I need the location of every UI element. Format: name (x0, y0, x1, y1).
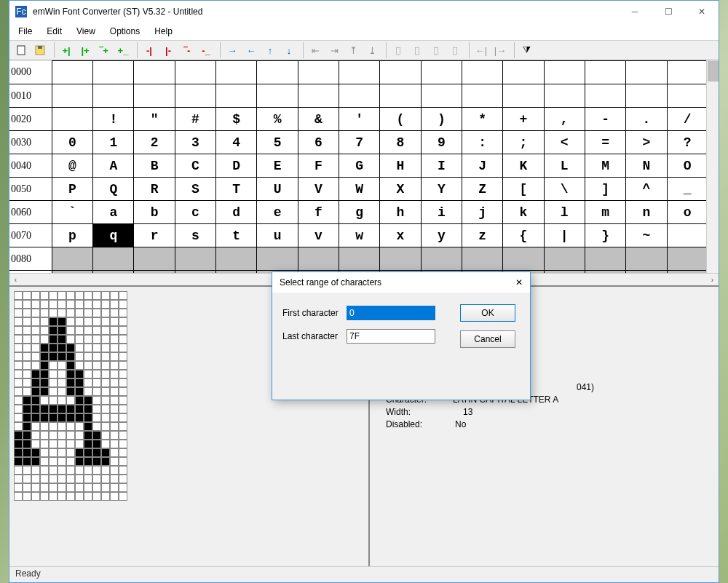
pixel[interactable] (84, 475, 92, 483)
pixel[interactable] (14, 291, 23, 300)
pixel[interactable] (110, 361, 119, 370)
pixel[interactable] (31, 475, 40, 483)
char-cell[interactable] (216, 247, 257, 271)
pixel[interactable] (110, 440, 119, 448)
pixel[interactable] (49, 466, 58, 475)
pixel[interactable] (49, 335, 58, 344)
char-cell[interactable] (298, 247, 339, 271)
pixel[interactable] (110, 326, 119, 335)
pixel[interactable] (92, 422, 101, 431)
pixel[interactable] (92, 344, 101, 352)
pixel[interactable] (31, 466, 40, 475)
pixel[interactable] (119, 317, 127, 326)
pixel[interactable] (31, 370, 40, 378)
pixel[interactable] (101, 492, 110, 501)
char-cell[interactable] (93, 247, 134, 271)
pixel[interactable] (14, 405, 23, 413)
char-cell[interactable] (667, 224, 708, 247)
char-cell[interactable]: \ (544, 178, 585, 201)
char-cell[interactable]: , (544, 108, 585, 131)
pixel[interactable] (92, 475, 101, 483)
pixel[interactable] (66, 387, 75, 396)
char-rem-4-icon[interactable]: -_ (197, 42, 215, 58)
pixel[interactable] (75, 378, 84, 387)
pixel[interactable] (75, 405, 84, 413)
pixel[interactable] (101, 475, 110, 483)
pixel[interactable] (84, 483, 92, 492)
pixel[interactable] (119, 448, 127, 457)
pixel[interactable] (84, 300, 92, 309)
pixel[interactable] (66, 344, 75, 352)
char-cell[interactable] (421, 61, 462, 84)
pixel[interactable] (101, 309, 110, 317)
char-cell[interactable]: Q (93, 178, 134, 201)
char-cell[interactable] (626, 247, 667, 271)
pixel[interactable] (92, 387, 101, 396)
pixel[interactable] (75, 413, 84, 422)
pixel[interactable] (49, 492, 58, 501)
pixel[interactable] (23, 361, 31, 370)
char-cell[interactable] (175, 61, 215, 84)
char-cell[interactable]: 6 (298, 131, 339, 154)
char-cell[interactable] (52, 108, 92, 131)
pixel[interactable] (66, 317, 75, 326)
char-add-4-icon[interactable]: +_ (114, 42, 132, 58)
char-cell[interactable] (216, 61, 257, 84)
arrow-down-icon[interactable]: ↓ (280, 42, 298, 58)
char-cell[interactable]: e (257, 201, 298, 224)
pixel[interactable] (101, 440, 110, 448)
minimize-button[interactable]: ─ (618, 1, 652, 23)
pixel[interactable] (23, 378, 31, 387)
arrow-right-icon[interactable]: → (223, 42, 241, 58)
pixel[interactable] (101, 448, 110, 457)
menu-edit[interactable]: Edit (47, 26, 62, 36)
pixel[interactable] (23, 422, 31, 431)
char-cell[interactable] (52, 61, 92, 84)
pixel[interactable] (23, 352, 31, 361)
pixel[interactable] (101, 466, 110, 475)
char-cell[interactable]: ' (339, 108, 380, 131)
pixel[interactable] (119, 370, 127, 378)
pixel[interactable] (14, 431, 23, 440)
pixel[interactable] (66, 422, 75, 431)
char-cell[interactable]: I (421, 154, 462, 178)
pixel[interactable] (66, 309, 75, 317)
pixel[interactable] (31, 300, 40, 309)
char-cell[interactable] (544, 61, 585, 84)
pixel[interactable] (92, 466, 101, 475)
char-cell[interactable]: h (380, 201, 421, 224)
pixel[interactable] (14, 396, 23, 405)
char-cell[interactable] (585, 61, 625, 84)
pixel[interactable] (23, 291, 31, 300)
char-cell[interactable] (626, 61, 667, 84)
pixel[interactable] (58, 352, 66, 361)
pixel[interactable] (119, 378, 127, 387)
pixel[interactable] (23, 457, 31, 466)
char-cell[interactable] (462, 61, 502, 84)
char-cell[interactable]: b (134, 201, 175, 224)
char-cell[interactable] (503, 84, 544, 108)
pixel[interactable] (75, 387, 84, 396)
char-cell[interactable]: } (585, 224, 625, 247)
char-cell[interactable] (380, 61, 421, 84)
pixel[interactable] (119, 492, 127, 501)
pixel[interactable] (75, 396, 84, 405)
char-cell[interactable]: / (667, 108, 708, 131)
char-cell[interactable]: X (380, 178, 421, 201)
char-cell[interactable] (298, 61, 339, 84)
pixel[interactable] (75, 431, 84, 440)
pixel[interactable] (31, 352, 40, 361)
char-cell[interactable]: Z (462, 178, 502, 201)
pixel[interactable] (92, 431, 101, 440)
char-cell[interactable]: _ (667, 178, 708, 201)
first-char-input[interactable] (347, 306, 435, 320)
char-cell[interactable]: | (544, 224, 585, 247)
char-cell[interactable]: d (216, 201, 257, 224)
pixel[interactable] (31, 317, 40, 326)
char-cell[interactable]: o (667, 201, 708, 224)
pixel[interactable] (66, 300, 75, 309)
pixel[interactable] (31, 405, 40, 413)
pixel[interactable] (75, 440, 84, 448)
char-rem-3-icon[interactable]: ‾- (178, 42, 196, 58)
pixel[interactable] (49, 344, 58, 352)
